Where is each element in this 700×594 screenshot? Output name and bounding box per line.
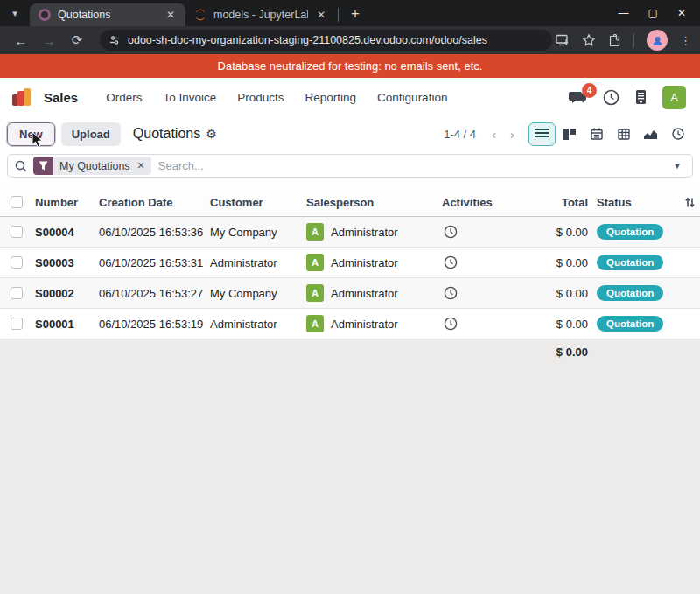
column-header-salesperson[interactable]: Salesperson xyxy=(306,196,442,209)
pager-previous-button[interactable]: ‹ xyxy=(485,125,503,143)
pager-next-button[interactable]: › xyxy=(503,125,522,143)
new-tab-button[interactable]: + xyxy=(344,5,367,23)
message-count-badge: 4 xyxy=(582,83,597,98)
row-checkbox[interactable] xyxy=(10,318,23,330)
cell-salesperson: Administrator xyxy=(331,318,398,331)
tab-close-icon[interactable]: ✕ xyxy=(315,9,327,21)
table-header-row: Number Creation Date Customer Salesperso… xyxy=(0,188,700,217)
cell-customer: My Company xyxy=(210,226,306,239)
column-header-number[interactable]: Number xyxy=(35,196,99,209)
menu-reporting[interactable]: Reporting xyxy=(297,86,366,109)
view-pivot-button[interactable] xyxy=(610,122,637,146)
table-row[interactable]: S00001 06/10/2025 16:53:19 Administrator… xyxy=(0,309,700,339)
menu-configuration[interactable]: Configuration xyxy=(368,86,456,109)
new-button[interactable]: New xyxy=(7,122,55,146)
tab-search-button[interactable]: ▾ xyxy=(0,0,30,26)
view-list-button[interactable] xyxy=(528,122,556,146)
window-minimize-icon[interactable]: — xyxy=(619,7,629,19)
table-row[interactable]: S00004 06/10/2025 16:53:36 My Company AA… xyxy=(0,217,700,248)
cell-creation-date: 06/10/2025 16:53:19 xyxy=(99,318,210,331)
site-settings-icon[interactable] xyxy=(108,34,121,46)
column-header-total[interactable]: Total xyxy=(512,196,588,209)
salesperson-avatar: A xyxy=(306,223,324,241)
view-activity-button[interactable] xyxy=(664,122,691,146)
profile-avatar[interactable] xyxy=(647,30,668,51)
control-panel: New Upload Quotations ⚙ 1-4 / 4 ‹ › xyxy=(0,116,700,151)
actions-cog-icon[interactable]: ⚙ xyxy=(206,127,217,141)
table-row[interactable]: S00002 06/10/2025 16:53:27 My Company AA… xyxy=(0,278,700,309)
messages-icon[interactable]: 4 xyxy=(568,89,587,105)
cell-number: S00003 xyxy=(35,256,99,269)
activity-clock-icon[interactable] xyxy=(442,225,512,239)
cell-number: S00004 xyxy=(35,226,99,239)
facet-remove-icon[interactable]: ✕ xyxy=(136,157,151,175)
user-avatar[interactable]: A xyxy=(662,86,686,109)
browser-tab-jupyterlab[interactable]: models - JupyterLab ✕ xyxy=(186,3,336,26)
select-all-checkbox[interactable] xyxy=(10,196,23,208)
odoo-favicon xyxy=(38,9,51,21)
cell-salesperson: Administrator xyxy=(331,256,398,269)
salesperson-avatar: A xyxy=(306,254,324,271)
search-input[interactable] xyxy=(158,159,669,172)
tab-close-icon[interactable]: ✕ xyxy=(164,9,177,21)
forward-button[interactable]: → xyxy=(37,28,61,52)
view-graph-button[interactable] xyxy=(637,122,664,146)
tab-separator xyxy=(338,8,339,22)
row-checkbox[interactable] xyxy=(10,226,23,238)
activity-clock-icon[interactable] xyxy=(442,255,512,269)
view-calendar-button[interactable] xyxy=(583,122,610,146)
activities-clock-icon[interactable] xyxy=(603,89,620,106)
cell-salesperson: Administrator xyxy=(331,226,398,239)
cell-salesperson: Administrator xyxy=(331,287,398,300)
cell-number: S00001 xyxy=(35,318,99,331)
column-header-status[interactable]: Status xyxy=(588,196,684,209)
menu-to-invoice[interactable]: To Invoice xyxy=(154,86,225,109)
extensions-icon[interactable] xyxy=(608,34,621,47)
page-title: Quotations xyxy=(133,126,200,142)
optional-columns-icon[interactable] xyxy=(684,197,700,208)
neutralized-banner: Database neutralized for testing: no ema… xyxy=(0,54,700,78)
url-bar[interactable]: odoo-sh-doc-my-organization-staging-2110… xyxy=(100,30,552,51)
quotations-table: Number Creation Date Customer Salesperso… xyxy=(0,183,700,339)
bookmark-star-icon[interactable] xyxy=(582,33,596,47)
cell-total: $ 0.00 xyxy=(512,256,588,269)
tab-title: models - JupyterLab xyxy=(214,9,308,21)
browser-toolbar: ← → ⟳ odoo-sh-doc-my-organization-stagin… xyxy=(0,26,700,54)
search-box[interactable]: My Quotations ✕ ▼ xyxy=(7,154,693,178)
column-header-activities[interactable]: Activities xyxy=(442,196,512,209)
cell-creation-date: 06/10/2025 16:53:36 xyxy=(99,226,210,239)
view-kanban-button[interactable] xyxy=(556,122,583,146)
filter-funnel-icon xyxy=(33,157,53,175)
sales-app-icon[interactable] xyxy=(12,87,33,107)
browser-tab-quotations[interactable]: Quotations ✕ xyxy=(30,3,186,26)
table-row[interactable]: S00003 06/10/2025 16:53:31 Administrator… xyxy=(0,248,700,278)
menu-orders[interactable]: Orders xyxy=(97,86,150,109)
install-app-icon[interactable] xyxy=(556,34,570,46)
window-maximize-icon[interactable]: ▢ xyxy=(648,7,658,19)
window-close-icon[interactable]: ✕ xyxy=(677,7,686,19)
cell-number: S00002 xyxy=(35,287,99,300)
column-header-customer[interactable]: Customer xyxy=(210,196,306,209)
search-icon xyxy=(15,160,27,172)
back-button[interactable]: ← xyxy=(9,28,33,52)
row-checkbox[interactable] xyxy=(10,256,23,269)
row-checkbox[interactable] xyxy=(10,287,23,299)
cell-creation-date: 06/10/2025 16:53:27 xyxy=(99,287,210,300)
search-row: My Quotations ✕ ▼ xyxy=(0,151,700,183)
app-name[interactable]: Sales xyxy=(44,90,78,105)
pager-text: 1-4 / 4 xyxy=(444,128,476,141)
reload-button[interactable]: ⟳ xyxy=(65,28,89,52)
filter-facet-my-quotations[interactable]: My Quotations ✕ xyxy=(33,157,151,175)
column-header-creation-date[interactable]: Creation Date xyxy=(99,196,210,209)
search-dropdown-caret-icon[interactable]: ▼ xyxy=(669,161,685,171)
browser-menu-icon[interactable]: ⋮ xyxy=(680,34,691,47)
activity-clock-icon[interactable] xyxy=(442,317,512,331)
content-bottom: $ 0.00 xyxy=(0,339,700,594)
cell-total: $ 0.00 xyxy=(512,318,588,331)
menu-products[interactable]: Products xyxy=(228,86,292,109)
mobile-device-icon[interactable] xyxy=(635,89,647,105)
salesperson-avatar: A xyxy=(306,284,324,302)
upload-button[interactable]: Upload xyxy=(61,122,121,146)
activity-clock-icon[interactable] xyxy=(442,286,512,300)
status-badge: Quotation xyxy=(597,316,663,332)
